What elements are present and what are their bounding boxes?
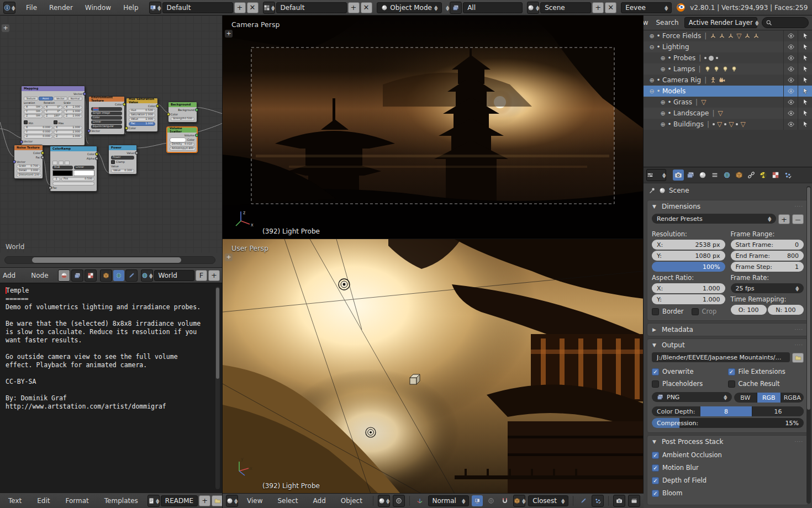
visibility-toggle[interactable] — [783, 30, 798, 41]
node-canvas[interactable]: MappingVectorTexturePointVectorNormalLoc… — [0, 15, 223, 253]
selectability-toggle[interactable] — [798, 64, 812, 75]
output-check-cache-result[interactable]: Cache Result — [728, 380, 804, 388]
shader-type-world-icon[interactable] — [113, 270, 124, 281]
layout-icon[interactable]: ▲▼ — [263, 2, 275, 14]
remap-old-field[interactable]: O: 100 — [731, 305, 767, 315]
menu-add[interactable]: Add — [307, 497, 332, 505]
tab-scene[interactable] — [697, 170, 708, 181]
layer-stepper[interactable]: ▲▼ — [446, 5, 449, 10]
tab-object[interactable] — [734, 170, 745, 181]
visibility-toggle[interactable] — [783, 64, 798, 75]
menu-search[interactable]: Search — [655, 19, 679, 27]
toolshelf-toggle[interactable]: + — [225, 30, 233, 38]
output-check-overwrite[interactable]: ✓Overwrite — [652, 368, 728, 375]
visibility-toggle[interactable] — [783, 75, 798, 86]
outliner-row-models[interactable]: ⊖•Models — [644, 86, 812, 97]
shader-node-power[interactable]: PowerValuePowerClampValueValue0.300 — [108, 145, 137, 174]
text-line[interactable]: http://www.artstation.com/artist/dommigr… — [6, 403, 213, 411]
node-header[interactable]: Background — [168, 102, 197, 107]
render-animation-button[interactable] — [628, 495, 640, 507]
layout-add-button[interactable]: + — [348, 2, 360, 13]
shader-node-background[interactable]: BackgroundBackgroundColorStrength0.500 — [168, 102, 197, 123]
tab-render-layers[interactable] — [685, 170, 696, 181]
menu-format[interactable]: Format — [60, 497, 95, 505]
scene-icon[interactable]: ▲▼ — [527, 2, 539, 14]
text-lines[interactable]: Temple======Demo of volumetrics lighting… — [6, 287, 213, 411]
pivot-point-dropdown[interactable]: ▲▼ — [378, 495, 390, 507]
transform-orientation-dropdown[interactable]: Normal▲▼ — [428, 495, 470, 506]
visibility-toggle[interactable] — [783, 52, 798, 64]
menu-render[interactable]: Render — [43, 4, 79, 12]
resolution-x-field[interactable]: X:2538 px — [652, 240, 725, 250]
new-text-button[interactable]: + — [199, 495, 210, 506]
start-frame-field[interactable]: Start Frame:0 — [731, 240, 804, 250]
post-check-depth-of-field[interactable]: ✓Depth of Field — [652, 477, 804, 484]
input-socket[interactable] — [20, 140, 23, 144]
expander-icon[interactable]: ⊕ — [648, 77, 656, 84]
input-socket[interactable] — [13, 160, 16, 163]
post-check-motion-blur[interactable]: ✓Motion Blur — [652, 464, 804, 472]
selectability-toggle[interactable] — [798, 41, 812, 52]
snap-element-dropdown[interactable]: ▲▼ — [513, 495, 525, 507]
tab-particles[interactable] — [782, 170, 793, 181]
shader-type-object-icon[interactable] — [100, 269, 112, 282]
workspace-delete-button[interactable]: ✕ — [247, 2, 259, 13]
shader-node-colorramp[interactable]: ColorRampColorAlphaRGBLinear1Pos0.500Fac — [50, 146, 97, 192]
tab-world[interactable] — [721, 170, 732, 181]
layers-icon[interactable] — [450, 2, 462, 14]
node-header[interactable]: Mapping — [22, 86, 85, 91]
view-layer-name[interactable]: All — [463, 2, 523, 13]
overlay-disabled-icon[interactable] — [486, 495, 497, 506]
render-presets-dropdown[interactable]: Render Presets▲▼ — [652, 214, 776, 224]
particle-edit-icon[interactable] — [592, 495, 604, 507]
crop-checkbox[interactable]: Crop — [692, 308, 717, 315]
menu-window[interactable]: Window — [79, 4, 117, 12]
shader-node-mapping[interactable]: MappingVectorTexturePointVectorNormalLoc… — [21, 86, 85, 146]
text-line[interactable] — [6, 386, 213, 394]
output-socket[interactable] — [195, 108, 198, 112]
open-text-button[interactable] — [212, 495, 223, 506]
preset-add-button[interactable]: + — [778, 214, 790, 224]
render-image-button[interactable] — [613, 495, 625, 507]
channel-bw[interactable]: BW — [734, 393, 757, 403]
tab-render[interactable] — [673, 170, 684, 181]
shader-node-environment-texture[interactable]: Environment TextureColorSingle ImageColo… — [88, 96, 125, 135]
end-frame-field[interactable]: End Frame:800 — [731, 251, 804, 261]
menu-node[interactable]: Node — [25, 272, 54, 279]
channel-rgba[interactable]: RGBA — [781, 393, 804, 403]
world-datablock-icon[interactable]: ▲▼ — [141, 269, 153, 282]
visibility-toggle[interactable] — [783, 86, 798, 97]
menu-templates[interactable]: Templates — [98, 497, 144, 505]
menu-view[interactable]: View — [644, 19, 650, 27]
shader-type-linestyle-icon[interactable] — [125, 269, 138, 282]
toolshelf-toggle[interactable]: + — [2, 24, 9, 32]
world-datablock-name[interactable]: World — [154, 270, 194, 281]
outliner-row-probes[interactable]: ⊕•Probes| — [644, 52, 812, 64]
menu-help[interactable]: Help — [117, 4, 144, 12]
border-checkbox[interactable]: Border — [652, 308, 684, 315]
editor-type-3dview-icon[interactable]: ▲▼ — [226, 495, 238, 507]
tree-type-shader-icon[interactable] — [58, 269, 70, 282]
visibility-toggle[interactable] — [783, 119, 798, 130]
visibility-toggle[interactable] — [783, 97, 798, 108]
output-socket[interactable] — [95, 152, 98, 156]
shader-node-hue-saturation-value[interactable]: Hue Saturation ValueColorHue0.500Saturat… — [126, 98, 158, 132]
selectability-toggle[interactable] — [798, 97, 812, 108]
resolution-y-field[interactable]: Y:1080 px — [652, 251, 725, 261]
panel-dimensions-header[interactable]: ▼ Dimensions ···· — [647, 200, 808, 213]
menu-object[interactable]: Object — [335, 497, 368, 505]
output-socket[interactable] — [156, 104, 159, 108]
panel-output-header[interactable]: ▼ Output ···· — [647, 339, 808, 351]
resolution-percent-slider[interactable]: 100% — [652, 262, 725, 272]
post-check-bloom[interactable]: ✓Bloom — [652, 489, 804, 497]
text-line[interactable]: effect. Playback for animated camera. — [6, 361, 213, 369]
layout-name[interactable]: Default — [276, 2, 347, 13]
menu-view[interactable]: View — [241, 497, 268, 505]
input-socket[interactable] — [49, 186, 52, 189]
preset-remove-button[interactable]: — — [792, 214, 804, 224]
expander-icon[interactable]: ⊕ — [659, 99, 667, 106]
text-line[interactable]: Temple — [6, 287, 213, 295]
tab-view-layer[interactable] — [709, 170, 720, 181]
expander-icon[interactable]: ⊖ — [648, 88, 656, 95]
text-line[interactable] — [6, 345, 213, 353]
